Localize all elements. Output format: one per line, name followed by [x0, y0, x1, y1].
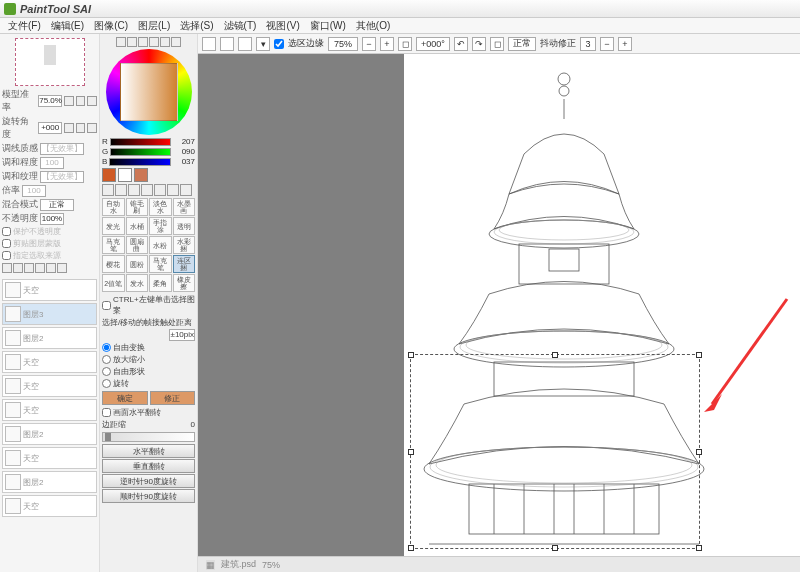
blend-amt-value[interactable]: 100 — [40, 157, 64, 169]
zoom-in-button[interactable]: + — [380, 37, 394, 51]
rotate-reset-button[interactable]: ◻ — [490, 37, 504, 51]
mode-field[interactable]: 正常 — [508, 37, 536, 51]
r-slider[interactable] — [110, 138, 171, 146]
picker-icon[interactable] — [180, 184, 192, 196]
ok-button[interactable]: 确定 — [102, 391, 148, 405]
transform-handle[interactable] — [696, 449, 702, 455]
selection-edge-checkbox[interactable] — [274, 39, 284, 49]
brush-tool[interactable]: 圆粉 — [126, 255, 149, 273]
menu-other[interactable]: 其他(O) — [352, 19, 394, 33]
cancel-button[interactable]: 修正 — [150, 391, 196, 405]
transform-handle[interactable] — [408, 545, 414, 551]
texture-value[interactable]: 【无效果】 — [40, 143, 84, 155]
fg-swatch[interactable] — [102, 168, 116, 182]
layer-item[interactable]: 天空 — [2, 399, 97, 421]
layer-item[interactable]: 天空 — [2, 447, 97, 469]
layer-item[interactable]: 天空 — [2, 495, 97, 517]
layer-item[interactable]: 图层2 — [2, 327, 97, 349]
zoom-in-button[interactable] — [76, 96, 86, 106]
layer-item[interactable]: 天空 — [2, 279, 97, 301]
zoom-out-button[interactable] — [64, 96, 74, 106]
scale-radio[interactable] — [102, 355, 111, 364]
zoom-out-button[interactable]: − — [362, 37, 376, 51]
transform-handle[interactable] — [552, 352, 558, 358]
brush-tool[interactable]: 马克笔 — [149, 255, 172, 273]
layer-item[interactable]: 图层3 — [2, 303, 97, 325]
menu-window[interactable]: 窗口(W) — [306, 19, 350, 33]
jitter-dec-button[interactable]: − — [600, 37, 614, 51]
b-slider[interactable] — [109, 158, 171, 166]
rotate-cw-icon[interactable]: ↷ — [472, 37, 486, 51]
snap-value[interactable]: ±10pix — [169, 329, 195, 341]
hflip-canvas-checkbox[interactable] — [102, 408, 111, 417]
layer-item[interactable]: 天空 — [2, 351, 97, 373]
brush-tool[interactable]: 柔角 — [149, 274, 172, 292]
navigator-preview[interactable] — [15, 38, 85, 86]
color-mode-button[interactable] — [116, 37, 126, 47]
color-mode-button[interactable] — [171, 37, 181, 47]
transform-handle[interactable] — [552, 545, 558, 551]
clip-mask-checkbox[interactable] — [2, 239, 11, 248]
blend-tex-value[interactable]: 【无效果】 — [40, 171, 84, 183]
menu-file[interactable]: 文件(F) — [4, 19, 45, 33]
opacity-value[interactable]: 100% — [40, 213, 64, 225]
brush-tool[interactable]: 淡色水 — [149, 198, 172, 216]
layer-item[interactable]: 图层2 — [2, 423, 97, 445]
selection-src-checkbox[interactable] — [2, 251, 11, 260]
zoom-fit-button[interactable]: ◻ — [398, 37, 412, 51]
angle-field[interactable]: +000° — [416, 37, 450, 51]
color-mode-button[interactable] — [138, 37, 148, 47]
free-transform-radio[interactable] — [102, 343, 111, 352]
layer-delete-button[interactable] — [35, 263, 45, 273]
transform-handle[interactable] — [696, 352, 702, 358]
distort-radio[interactable] — [102, 367, 111, 376]
brush-tool[interactable]: 2值笔 — [102, 274, 125, 292]
transform-handle[interactable] — [408, 352, 414, 358]
transform-bounding-box[interactable] — [410, 354, 700, 549]
brush-tool[interactable]: 发水 — [126, 274, 149, 292]
layer-mask-button[interactable] — [24, 263, 34, 273]
transform-handle[interactable] — [696, 545, 702, 551]
g-slider[interactable] — [110, 148, 171, 156]
layer-new-button[interactable] — [2, 263, 12, 273]
lasso-icon[interactable] — [115, 184, 127, 196]
zoom-value[interactable]: 75.0% — [38, 95, 62, 107]
angle-reset-button[interactable] — [87, 123, 97, 133]
layer-clear-button[interactable] — [57, 263, 67, 273]
brush-tool[interactable]: 水桶 — [126, 217, 149, 235]
brush-tool[interactable]: 自动水 — [102, 198, 125, 216]
angle-dec-button[interactable] — [64, 123, 74, 133]
brush-tool[interactable]: 水彩捆 — [173, 236, 196, 254]
angle-value[interactable]: +000 — [38, 122, 62, 134]
zoom-reset-button[interactable] — [87, 96, 97, 106]
brush-tool[interactable]: 圆扇曲 — [126, 236, 149, 254]
hand-icon[interactable] — [167, 184, 179, 196]
menu-view[interactable]: 视图(V) — [262, 19, 303, 33]
menu-image[interactable]: 图像(C) — [90, 19, 132, 33]
brush-tool[interactable]: 锥毛刷 — [126, 198, 149, 216]
brush-tool[interactable]: 连区捆 — [173, 255, 196, 273]
brush-tool[interactable]: 马克笔 — [102, 236, 125, 254]
toolbar-button[interactable] — [202, 37, 216, 51]
menu-edit[interactable]: 编辑(E) — [47, 19, 88, 33]
rotate-ccw-icon[interactable]: ↶ — [454, 37, 468, 51]
layer-merge-button[interactable] — [46, 263, 56, 273]
brush-tool[interactable]: 水墨画 — [173, 198, 196, 216]
color-mode-button[interactable] — [127, 37, 137, 47]
brush-tool[interactable]: 橡皮擦 — [173, 274, 196, 292]
flip-v-button[interactable]: 垂直翻转 — [102, 459, 195, 473]
jitter-field[interactable]: 3 — [580, 37, 596, 51]
toolbar-button[interactable] — [220, 37, 234, 51]
layer-item[interactable]: 图层2 — [2, 471, 97, 493]
canvas[interactable] — [404, 54, 800, 556]
brush-tool[interactable]: 水粉 — [149, 236, 172, 254]
wand-icon[interactable] — [128, 184, 140, 196]
brush-tool[interactable]: 透明 — [173, 217, 196, 235]
ctrl-click-checkbox[interactable] — [102, 301, 111, 310]
scale-value[interactable]: 100 — [22, 185, 46, 197]
layer-item[interactable]: 天空 — [2, 375, 97, 397]
brush-tool[interactable]: 发光 — [102, 217, 125, 235]
recent-swatch[interactable] — [134, 168, 148, 182]
toolbar-button[interactable] — [238, 37, 252, 51]
rotate-ccw-button[interactable]: 逆时针90度旋转 — [102, 474, 195, 488]
